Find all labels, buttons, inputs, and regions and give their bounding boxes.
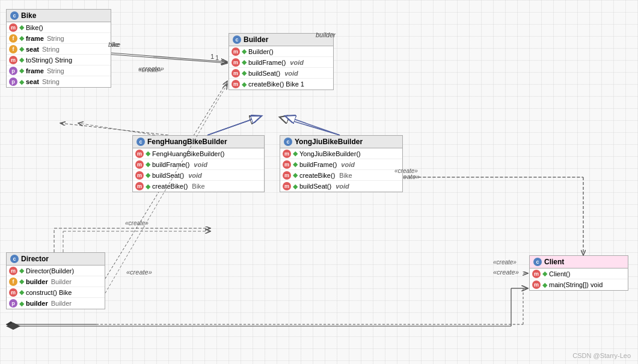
bike-header: c Bike: [7, 10, 111, 22]
bike-title: Bike: [21, 11, 36, 20]
director-row-1: m ◆ Director(Builder): [7, 265, 105, 276]
uml-canvas: 1 bike builder «create» «create» «crea: [0, 0, 638, 364]
builder-row-3: m ◆ buildSeat() void: [229, 68, 333, 79]
row-label: createBike(): [299, 172, 335, 179]
vis-icon: ◆: [293, 150, 298, 157]
svg-line-7: [280, 117, 340, 135]
yongjiu-header: c YongJiuBikeBuilder: [280, 136, 402, 148]
row-label: main(String[]) void: [549, 281, 603, 288]
vis-icon: ◆: [19, 67, 24, 74]
row-icon: m: [9, 267, 17, 275]
row-icon: m: [232, 80, 240, 88]
row-type: Builder: [51, 278, 72, 285]
fenghuang-row-1: m ◆ FengHuangBikeBuilder(): [133, 148, 264, 159]
bike-row-6: p ◆ seat String: [7, 76, 111, 87]
row-icon: m: [232, 69, 240, 77]
director-row-4: p ◆ builder Builder: [7, 298, 105, 309]
yongjiu-class: c YongJiuBikeBuilder m ◆ YongJiuBikeBuil…: [280, 135, 403, 192]
row-label: buildFrame(): [152, 161, 189, 168]
create-label-2: «create»: [126, 268, 152, 276]
row-method-icon: m: [9, 56, 17, 64]
svg-text:1: 1: [210, 53, 214, 60]
row-icon: m: [283, 150, 291, 158]
svg-marker-34: [6, 323, 20, 330]
bike-row-1: m ◆ Bike(): [7, 22, 111, 33]
row-label: createBike() Bike 1: [248, 80, 304, 88]
row-type: String: [47, 35, 64, 42]
vis-icon: ◆: [19, 45, 24, 53]
director-class-icon: c: [10, 255, 19, 263]
svg-line-26: [285, 116, 340, 135]
vis-icon: ◆: [293, 183, 298, 190]
row-icon: m: [9, 288, 17, 297]
row-label: buildFrame(): [299, 161, 337, 168]
row-icon: m: [232, 47, 240, 56]
vis-icon: ◆: [242, 58, 247, 66]
row-label: Client(): [549, 270, 570, 278]
svg-line-8: [60, 123, 168, 135]
create-label-1: «create»: [138, 65, 164, 72]
row-prop-icon: p: [9, 77, 17, 86]
svg-text:1: 1: [215, 54, 219, 61]
client-title: Client: [544, 258, 564, 266]
svg-line-4: [105, 54, 227, 63]
vis-icon: ◆: [242, 80, 247, 88]
row-label: builder: [26, 278, 48, 285]
vis-icon: ◆: [19, 288, 24, 296]
svg-line-21: [111, 53, 227, 62]
row-type: String: [42, 78, 60, 85]
row-icon: m: [135, 171, 144, 180]
vis-icon: ◆: [242, 47, 247, 55]
builder-title: Builder: [244, 35, 268, 44]
vis-icon: ◆: [242, 69, 247, 77]
director-title: Director: [21, 255, 49, 263]
row-label: FengHuangBikeBuilder(): [152, 150, 224, 157]
vis-icon: ◆: [542, 270, 547, 278]
svg-text:«create»: «create»: [493, 259, 517, 265]
vis-icon: ◆: [19, 23, 24, 31]
vis-icon: ◆: [293, 171, 298, 179]
vis-icon: ◆: [542, 281, 547, 289]
row-return: Bike: [192, 183, 204, 190]
watermark: CSDN @Starry-Leo: [572, 352, 631, 359]
client-row-2: m ◆ main(String[]) void: [530, 279, 628, 290]
bike-row-4: m ◆ toString() String: [7, 55, 111, 65]
row-icon: m: [283, 182, 291, 190]
builder-class: c Builder m ◆ Builder() m ◆ buildFrame()…: [229, 33, 334, 90]
row-icon: m: [532, 270, 541, 278]
row-type: String: [47, 67, 64, 74]
fenghuang-header: c FengHuangBikeBuilder: [133, 136, 264, 148]
row-label: frame: [26, 67, 44, 74]
svg-line-27: [78, 123, 155, 135]
row-label: buildFrame(): [248, 59, 286, 66]
yongjiu-title: YongJiuBikeBuilder: [295, 138, 363, 146]
row-return: void: [336, 183, 349, 190]
svg-line-6: [207, 117, 259, 135]
vis-icon: ◆: [146, 171, 150, 179]
client-class-icon: c: [533, 258, 542, 266]
vis-icon: ◆: [19, 34, 24, 42]
svg-text:«create»: «create»: [125, 220, 149, 226]
fenghuang-title: FengHuangBikeBuilder: [147, 138, 227, 146]
yongjiu-row-3: m ◆ createBike() Bike: [280, 170, 402, 181]
vis-icon: ◆: [19, 300, 24, 308]
row-label: Director(Builder): [26, 267, 74, 275]
row-return: void: [290, 59, 304, 66]
vis-icon: ◆: [19, 78, 24, 86]
svg-line-25: [207, 116, 262, 135]
row-field-icon: f: [9, 34, 17, 43]
row-icon: m: [135, 182, 144, 190]
row-label: YongJiuBikeBuilder(): [299, 150, 361, 157]
director-row-3: m ◆ construct() Bike: [7, 287, 105, 298]
yongjiu-class-icon: c: [284, 138, 292, 146]
row-type: Builder: [51, 300, 72, 307]
row-label: buildSeat(): [152, 172, 184, 179]
director-row-2: f ◆ builder Builder: [7, 276, 105, 287]
row-icon: m: [532, 281, 541, 289]
vis-icon: ◆: [19, 278, 24, 285]
row-icon: m: [135, 160, 144, 169]
row-icon: m: [283, 171, 291, 180]
yongjiu-row-2: m ◆ buildFrame() void: [280, 159, 402, 170]
fenghuang-row-4: m ◆ createBike() Bike: [133, 181, 264, 192]
bike-row-3: f ◆ seat String: [7, 44, 111, 55]
